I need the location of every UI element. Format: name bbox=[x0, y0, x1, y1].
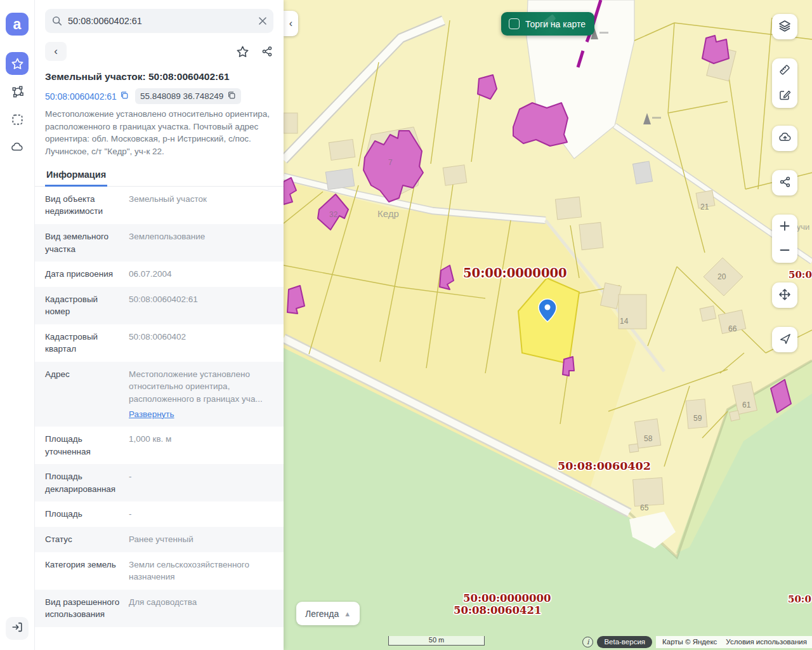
share-icon bbox=[778, 175, 792, 190]
app-logo[interactable]: a bbox=[6, 13, 29, 36]
trades-on-map-toggle[interactable]: Торги на карте bbox=[501, 12, 594, 36]
sidebar-item-favorites[interactable] bbox=[6, 52, 29, 75]
panel-collapse-button[interactable]: ‹ bbox=[284, 11, 298, 36]
object-info-panel: ‹ Земельный участок: 50:08:0060402:61 50… bbox=[35, 0, 284, 650]
svg-text:14: 14 bbox=[620, 317, 629, 326]
address-text: Местоположение установлено относительно … bbox=[129, 369, 263, 404]
table-row: Вид земельного участкаЗемлепользование bbox=[35, 224, 284, 262]
search-icon bbox=[51, 15, 63, 27]
cloud-upload-button[interactable] bbox=[772, 126, 797, 151]
sidebar-item-select[interactable] bbox=[6, 108, 29, 131]
row-label: Дата присвоения bbox=[45, 268, 129, 281]
map-share-button[interactable] bbox=[772, 170, 797, 196]
row-value: Ранее учтенный bbox=[129, 533, 273, 546]
legend-button[interactable]: Легенда ▲ bbox=[296, 602, 360, 625]
row-value: 50:08:0060402 bbox=[129, 331, 273, 355]
table-row: Кадастровый квартал50:08:0060402 bbox=[35, 324, 284, 362]
attributes-table: Вид объекта недвижимостиЗемельный участо… bbox=[35, 187, 284, 627]
row-value: Для садоводства bbox=[129, 596, 273, 621]
layers-control bbox=[772, 14, 797, 39]
attribution-bar: i Beta-версия Карты © Яндекс Условия исп… bbox=[582, 636, 812, 648]
clear-search-icon[interactable] bbox=[258, 17, 267, 25]
tab-bar: Информация bbox=[35, 164, 284, 187]
legend-label: Легенда bbox=[305, 609, 339, 619]
left-icon-rail: a bbox=[0, 0, 35, 650]
svg-text:58: 58 bbox=[644, 434, 653, 443]
sidebar-item-login[interactable] bbox=[6, 617, 29, 640]
svg-text:32: 32 bbox=[329, 210, 338, 219]
tab-information[interactable]: Информация bbox=[45, 164, 107, 187]
coordinates-chip[interactable]: 55.848089 36.748249 bbox=[135, 88, 241, 104]
row-label: Кадастровый квартал bbox=[45, 331, 129, 355]
svg-text:20: 20 bbox=[717, 272, 726, 281]
navigation-arrow-icon bbox=[778, 332, 792, 347]
zoom-out-button[interactable] bbox=[772, 239, 797, 263]
row-label: Площадь декларированная bbox=[45, 470, 129, 495]
svg-text:50:08:0060402: 50:08:0060402 bbox=[558, 460, 651, 472]
row-value: - bbox=[129, 508, 273, 521]
svg-text:21: 21 bbox=[700, 202, 709, 211]
svg-text:50:0: 50:0 bbox=[789, 269, 812, 281]
favorite-star-button[interactable] bbox=[236, 45, 249, 58]
cadastral-number-chip[interactable]: 50:08:0060402:61 bbox=[45, 91, 129, 102]
chips-row: 50:08:0060402:61 55.848089 36.748249 bbox=[45, 88, 273, 104]
chevron-up-icon: ▲ bbox=[344, 610, 351, 618]
expand-link[interactable]: Развернуть bbox=[129, 408, 174, 421]
row-label: Вид разрешенного использования bbox=[45, 596, 129, 621]
row-label: Вид объекта недвижимости bbox=[45, 193, 129, 218]
table-row: Категория земельЗемли сельскохозяйственн… bbox=[35, 552, 284, 590]
table-row: СтатусРанее учтенный bbox=[35, 527, 284, 552]
search-bar[interactable] bbox=[45, 9, 273, 33]
edit-icon bbox=[778, 88, 792, 103]
row-value: Землепользование bbox=[129, 230, 273, 255]
object-description: Местоположение установлено относительно … bbox=[45, 108, 273, 158]
maps-copyright[interactable]: Карты © Яндекс bbox=[662, 637, 717, 647]
svg-text:66: 66 bbox=[728, 324, 737, 333]
back-button[interactable]: ‹ bbox=[45, 42, 67, 61]
table-row: Кадастровый номер50:08:0060402:61 bbox=[35, 287, 284, 324]
enter-arrow-icon bbox=[11, 621, 23, 636]
layers-button[interactable] bbox=[772, 14, 797, 39]
sidebar-item-area[interactable] bbox=[6, 80, 29, 103]
plus-icon bbox=[778, 220, 791, 234]
copy-icon[interactable] bbox=[120, 91, 129, 102]
my-location-button[interactable] bbox=[772, 327, 797, 352]
polygon-area-icon bbox=[11, 85, 24, 98]
svg-text:59: 59 bbox=[693, 414, 702, 423]
terms-link[interactable]: Условия использования bbox=[726, 637, 807, 647]
svg-text:61: 61 bbox=[742, 401, 751, 409]
svg-text:50:0: 50:0 bbox=[788, 594, 811, 605]
cloud-icon bbox=[10, 140, 24, 154]
table-row: Площадь уточненная1,000 кв. м bbox=[35, 427, 284, 464]
dashed-select-icon bbox=[11, 113, 24, 126]
row-label: Площадь уточненная bbox=[45, 433, 129, 458]
ruler-icon bbox=[778, 63, 792, 79]
zoom-in-button[interactable] bbox=[772, 215, 797, 239]
edit-button[interactable] bbox=[772, 83, 797, 108]
panel-toolbar: ‹ bbox=[35, 39, 284, 67]
scale-bar: 50 m bbox=[388, 636, 485, 646]
scale-label: 50 m bbox=[429, 636, 444, 644]
row-label: Вид земельного участка bbox=[45, 230, 129, 255]
table-row-address: Адрес Местоположение установлено относит… bbox=[35, 362, 284, 427]
pan-button[interactable] bbox=[772, 282, 797, 308]
map-canvas[interactable]: 7 32 14 20 21 66 58 59 61 65 Кедр Лучи 5… bbox=[284, 0, 812, 650]
minus-icon bbox=[778, 244, 791, 258]
sidebar-item-cloud[interactable] bbox=[6, 136, 29, 159]
table-row: Вид объекта недвижимостиЗемельный участо… bbox=[35, 187, 284, 224]
share-button[interactable] bbox=[261, 45, 273, 58]
toggle-checkbox[interactable] bbox=[509, 18, 520, 29]
row-label: Категория земель bbox=[45, 559, 129, 583]
row-value: Местоположение установлено относительно … bbox=[129, 368, 273, 420]
search-input[interactable] bbox=[68, 16, 253, 26]
svg-text:50:00:0000000: 50:00:0000000 bbox=[463, 592, 551, 604]
row-value: 50:08:0060402:61 bbox=[129, 293, 273, 318]
row-label: Статус bbox=[45, 533, 129, 546]
copy-icon[interactable] bbox=[227, 91, 236, 102]
info-icon[interactable]: i bbox=[582, 637, 593, 647]
measure-button[interactable] bbox=[772, 58, 797, 83]
row-value: - bbox=[129, 470, 273, 495]
map-area[interactable]: 7 32 14 20 21 66 58 59 61 65 Кедр Лучи 5… bbox=[284, 0, 812, 650]
row-label: Адрес bbox=[45, 368, 129, 420]
row-value: Земельный участок bbox=[129, 193, 273, 218]
